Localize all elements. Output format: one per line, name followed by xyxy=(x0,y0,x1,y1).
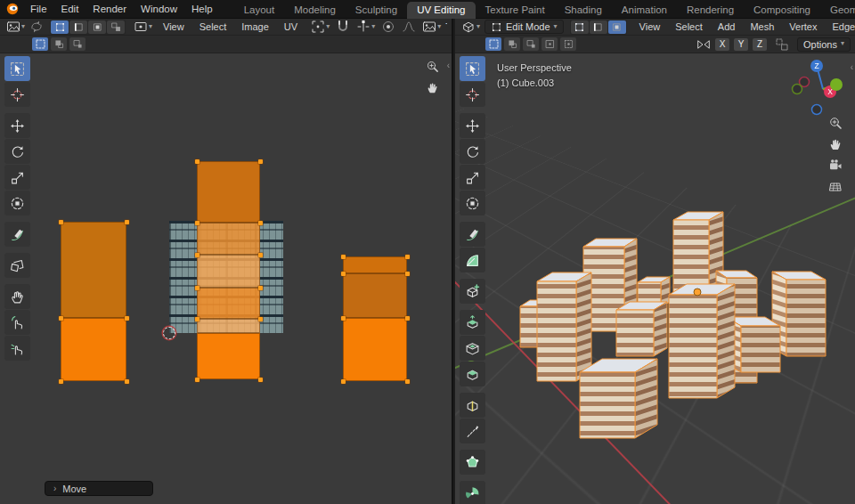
tool-scale[interactable] xyxy=(4,165,30,190)
uv-vertex-dot[interactable] xyxy=(258,221,263,225)
tab-shading[interactable]: Shading xyxy=(555,2,612,19)
tab-sculpting[interactable]: Sculpting xyxy=(346,2,407,19)
tool-add-cube[interactable] xyxy=(460,279,485,304)
uv-island-right-face[interactable] xyxy=(343,318,407,381)
uv-island-middle-face[interactable] xyxy=(197,333,260,379)
uv-vertex-dot[interactable] xyxy=(405,316,410,321)
menu-window[interactable]: Window xyxy=(134,4,184,14)
uv-vertex-dot[interactable] xyxy=(341,272,346,276)
tool-poly-build[interactable] xyxy=(460,450,485,475)
uv-vertex-dot[interactable] xyxy=(258,317,263,321)
tool-relax[interactable] xyxy=(4,310,30,335)
uv-tool-setting-ovr-2[interactable] xyxy=(69,37,86,51)
viewport-ortho-button[interactable] xyxy=(826,178,844,196)
mirror-icon[interactable] xyxy=(696,37,711,52)
uv-hand-button[interactable] xyxy=(423,78,441,96)
uv-select-mode-edge[interactable] xyxy=(69,20,87,34)
uv-vertex-dot[interactable] xyxy=(59,379,63,384)
tool-loop-cut[interactable] xyxy=(460,393,485,418)
tab-rendering[interactable]: Rendering xyxy=(677,2,744,19)
uv-vertex-dot[interactable] xyxy=(258,253,263,257)
tool-tweak-select[interactable] xyxy=(4,56,30,81)
tab-layout[interactable]: Layout xyxy=(234,2,285,19)
mode-dropdown[interactable]: Edit Mode▾ xyxy=(484,20,564,34)
menu-render[interactable]: Render xyxy=(86,4,134,14)
uv-select-mode-face[interactable] xyxy=(88,20,106,34)
proportional-edit-toggle[interactable] xyxy=(379,20,397,34)
tool-bevel[interactable] xyxy=(460,362,485,386)
tool-cursor[interactable] xyxy=(4,82,30,107)
uv-zoom-button[interactable] xyxy=(423,57,441,75)
uv-vertex-dot[interactable] xyxy=(195,317,200,321)
uv-vertex-dot[interactable] xyxy=(125,316,129,321)
select-mode-edge[interactable] xyxy=(590,20,607,34)
viewport-tool-setting-ovr-4[interactable] xyxy=(560,37,576,51)
tool-move[interactable] xyxy=(460,113,485,138)
menu-file[interactable]: File xyxy=(23,4,54,14)
mirror-axis-y-button[interactable]: Y xyxy=(734,38,748,51)
pivot-dropdown[interactable]: ▾ xyxy=(309,20,331,34)
tool-transform[interactable] xyxy=(4,191,30,215)
blender-logo-icon[interactable] xyxy=(5,2,20,16)
tool-measure[interactable] xyxy=(460,248,485,272)
tool-knife[interactable] xyxy=(460,419,485,443)
uv-vertex-dot[interactable] xyxy=(125,220,129,224)
uv-island-left-face[interactable] xyxy=(61,318,126,381)
uv-vertex-dot[interactable] xyxy=(59,220,63,224)
uv-editor-type-button[interactable]: ▾ xyxy=(4,20,27,34)
uv-vertex-dot[interactable] xyxy=(195,221,200,225)
tool-move[interactable] xyxy=(4,113,30,138)
uv-menu-select[interactable]: Select xyxy=(193,21,233,32)
uv-vertex-dot[interactable] xyxy=(405,379,410,384)
uv-vertex-dot[interactable] xyxy=(195,286,200,290)
uv-select-mode-island[interactable] xyxy=(107,20,125,34)
tool-rotate[interactable] xyxy=(460,139,485,164)
mirror-axis-z-button[interactable]: Z xyxy=(753,38,767,51)
uv-2d-cursor[interactable] xyxy=(163,327,175,339)
viewport-menu-mesh[interactable]: Mesh xyxy=(744,21,780,32)
uv-vertex-dot[interactable] xyxy=(405,255,410,259)
uv-island-middle-face[interactable] xyxy=(197,161,260,223)
menu-help[interactable]: Help xyxy=(184,4,220,14)
snap-toggle[interactable] xyxy=(334,20,352,34)
uv-vertex-dot[interactable] xyxy=(258,286,263,290)
tab-geometry-nodes[interactable]: Geometry Nodes xyxy=(820,2,855,19)
tab-animation[interactable]: Animation xyxy=(612,2,677,19)
uv-vertex-dot[interactable] xyxy=(195,159,200,164)
uv-island-left-face[interactable] xyxy=(61,222,126,318)
sync-selection-icon[interactable] xyxy=(29,20,44,34)
viewport-editor-type-button[interactable]: ▾ xyxy=(460,20,482,34)
tool-spin[interactable] xyxy=(460,481,485,504)
uv-island-middle-face[interactable] xyxy=(197,319,260,333)
viewport-zoom-button[interactable] xyxy=(826,114,844,132)
viewport-hand-button[interactable] xyxy=(826,135,844,153)
tool-inset-faces[interactable] xyxy=(460,336,485,361)
options-dropdown[interactable]: Options▾ xyxy=(797,37,851,52)
uv-vertex-dot[interactable] xyxy=(59,316,63,321)
tab-uv-editing[interactable]: UV Editing xyxy=(407,2,475,19)
uv-island-middle-face[interactable] xyxy=(197,288,260,319)
tab-modeling[interactable]: Modeling xyxy=(284,2,346,19)
tool-rip-region[interactable] xyxy=(4,253,30,278)
viewport-tool-setting-ovr-2[interactable] xyxy=(523,37,539,51)
tool-annotate[interactable] xyxy=(4,222,30,247)
tool-transform[interactable] xyxy=(460,191,485,215)
uv-tool-setting-ovr-active[interactable] xyxy=(32,37,48,51)
viewport-menu-select[interactable]: Select xyxy=(669,21,709,32)
uv-vertex-dot[interactable] xyxy=(341,316,346,321)
uv-menu-uv[interactable]: UV xyxy=(278,21,304,32)
uv-vertex-dot[interactable] xyxy=(405,272,410,276)
viewport-canvas[interactable]: User Perspective (1) Cube.003 ZX‹ xyxy=(455,53,855,504)
select-mode-face[interactable] xyxy=(608,20,626,34)
viewport-sidebar-collapse-arrow[interactable]: ‹ xyxy=(851,62,853,72)
uv-island-right-face[interactable] xyxy=(343,256,407,273)
tool-pinch[interactable] xyxy=(4,336,30,361)
uv-menu-view[interactable]: View xyxy=(157,21,191,32)
viewport-tool-setting-ovr-3[interactable] xyxy=(542,37,558,51)
snap-options-button[interactable] xyxy=(773,37,791,52)
redo-panel[interactable]: › Move xyxy=(45,481,153,496)
viewport-menu-add[interactable]: Add xyxy=(712,21,742,32)
sticky-select-dropdown[interactable]: ▾ xyxy=(132,20,154,34)
viewport-menu-view[interactable]: View xyxy=(633,21,667,32)
tab-compositing[interactable]: Compositing xyxy=(744,2,820,19)
